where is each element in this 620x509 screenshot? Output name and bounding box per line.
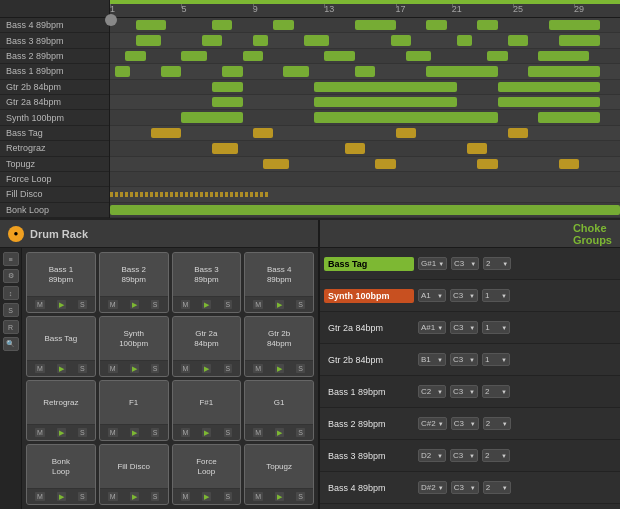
clip-2-1[interactable]	[181, 51, 207, 61]
pad-play-12[interactable]: ▶	[57, 492, 66, 501]
pad-mute-13[interactable]: M	[108, 492, 118, 501]
pad-6[interactable]: Gtr 2a84bpmM▶S	[172, 316, 242, 377]
pad-7[interactable]: Gtr 2b84bpmM▶S	[244, 316, 314, 377]
clip-0-0[interactable]	[136, 20, 167, 30]
pad-solo-5[interactable]: S	[151, 364, 160, 373]
track-row-5[interactable]	[110, 95, 620, 110]
pad-mute-4[interactable]: M	[35, 364, 45, 373]
pad-play-15[interactable]: ▶	[275, 492, 284, 501]
clip-2-2[interactable]	[243, 51, 263, 61]
clip-1-3[interactable]	[304, 35, 330, 45]
pad-8[interactable]: RetrograzM▶S	[26, 380, 96, 441]
track-row-2[interactable]	[110, 49, 620, 64]
pad-14[interactable]: ForceLoopM▶S	[172, 444, 242, 505]
clip-6-0[interactable]	[181, 112, 242, 122]
pad-solo-7[interactable]: S	[296, 364, 305, 373]
clip-9-1[interactable]	[375, 159, 395, 169]
chain-note-dropdown-3[interactable]: B1	[418, 353, 446, 366]
chain-name-6[interactable]: Bass 3 89bpm	[324, 449, 414, 463]
clip-2-6[interactable]	[538, 51, 589, 61]
pad-play-1[interactable]: ▶	[130, 300, 139, 309]
pad-mute-14[interactable]: M	[181, 492, 191, 501]
clip-4-2[interactable]	[498, 82, 600, 92]
chain-name-5[interactable]: Bass 2 89bpm	[324, 417, 414, 431]
pad-1[interactable]: Bass 289bpmM▶S	[99, 252, 169, 313]
pad-5[interactable]: Synth100bpmM▶S	[99, 316, 169, 377]
chain-note-dropdown-4[interactable]: C2	[418, 385, 446, 398]
pad-mute-3[interactable]: M	[253, 300, 263, 309]
pad-solo-4[interactable]: S	[78, 364, 87, 373]
clip-9-2[interactable]	[477, 159, 497, 169]
pad-play-0[interactable]: ▶	[57, 300, 66, 309]
pad-9[interactable]: F1M▶S	[99, 380, 169, 441]
chain-note-dropdown-6[interactable]: D2	[418, 449, 446, 462]
chain-choke-dropdown-4[interactable]: 2	[482, 385, 510, 398]
rack-icon-sr[interactable]: S	[3, 303, 19, 317]
pad-12[interactable]: BonkLoopM▶S	[26, 444, 96, 505]
clip-1-7[interactable]	[559, 35, 600, 45]
pad-play-9[interactable]: ▶	[130, 428, 139, 437]
pad-solo-10[interactable]: S	[224, 428, 233, 437]
clip-6-2[interactable]	[538, 112, 599, 122]
chain-dest-dropdown-4[interactable]: C3	[450, 385, 478, 398]
pad-play-10[interactable]: ▶	[202, 428, 211, 437]
chain-name-2[interactable]: Gtr 2a 84bpm	[324, 321, 414, 335]
playhead-circle[interactable]	[105, 14, 117, 26]
pad-play-13[interactable]: ▶	[130, 492, 139, 501]
clip-5-2[interactable]	[498, 97, 600, 107]
clip-7-0[interactable]	[151, 128, 182, 138]
clip-0-5[interactable]	[477, 20, 497, 30]
clip-0-6[interactable]	[549, 20, 600, 30]
chain-note-dropdown-2[interactable]: A#1	[418, 321, 446, 334]
clip-1-2[interactable]	[253, 35, 268, 45]
clip-2-3[interactable]	[324, 51, 355, 61]
chain-name-0[interactable]: Bass Tag	[324, 257, 414, 271]
pad-mute-8[interactable]: M	[35, 428, 45, 437]
chain-choke-dropdown-7[interactable]: 2	[483, 481, 511, 494]
clip-0-1[interactable]	[212, 20, 232, 30]
clip-2-4[interactable]	[406, 51, 432, 61]
chain-name-3[interactable]: Gtr 2b 84bpm	[324, 353, 414, 367]
pad-play-4[interactable]: ▶	[57, 364, 66, 373]
pad-play-11[interactable]: ▶	[275, 428, 284, 437]
chain-choke-dropdown-1[interactable]: 1	[482, 289, 510, 302]
pad-2[interactable]: Bass 389bpmM▶S	[172, 252, 242, 313]
clip-3-0[interactable]	[115, 66, 130, 76]
clip-9-3[interactable]	[559, 159, 579, 169]
clip-5-0[interactable]	[212, 97, 243, 107]
pad-solo-15[interactable]: S	[296, 492, 305, 501]
pad-mute-9[interactable]: M	[108, 428, 118, 437]
clip-1-1[interactable]	[202, 35, 222, 45]
pad-play-14[interactable]: ▶	[202, 492, 211, 501]
rack-icon-list[interactable]: ≡	[3, 252, 19, 266]
chain-name-7[interactable]: Bass 4 89bpm	[324, 481, 414, 495]
clip-8-0[interactable]	[212, 143, 238, 153]
clip-8-1[interactable]	[345, 143, 365, 153]
pad-mute-15[interactable]: M	[253, 492, 263, 501]
pad-play-6[interactable]: ▶	[202, 364, 211, 373]
chain-dest-dropdown-0[interactable]: C3	[451, 257, 479, 270]
pad-solo-11[interactable]: S	[296, 428, 305, 437]
chain-dest-dropdown-2[interactable]: C3	[450, 321, 478, 334]
pad-mute-0[interactable]: M	[35, 300, 45, 309]
pad-solo-12[interactable]: S	[78, 492, 87, 501]
pad-play-5[interactable]: ▶	[130, 364, 139, 373]
chain-choke-dropdown-5[interactable]: 2	[483, 417, 511, 430]
pad-13[interactable]: Fill DiscoM▶S	[99, 444, 169, 505]
chain-note-dropdown-7[interactable]: D#2	[418, 481, 447, 494]
pad-mute-6[interactable]: M	[181, 364, 191, 373]
clip-8-2[interactable]	[467, 143, 487, 153]
rack-icon-settings[interactable]: ⚙	[3, 269, 19, 283]
clip-6-1[interactable]	[314, 112, 498, 122]
pad-mute-5[interactable]: M	[108, 364, 118, 373]
clip-1-6[interactable]	[508, 35, 528, 45]
track-row-3[interactable]	[110, 64, 620, 79]
rack-icon-r[interactable]: R	[3, 320, 19, 334]
pad-4[interactable]: Bass TagM▶S	[26, 316, 96, 377]
clip-1-0[interactable]	[136, 35, 162, 45]
pad-solo-6[interactable]: S	[224, 364, 233, 373]
pad-mute-2[interactable]: M	[181, 300, 191, 309]
pad-solo-13[interactable]: S	[151, 492, 160, 501]
clip-7-1[interactable]	[253, 128, 273, 138]
rack-icon-search[interactable]: 🔍	[3, 337, 19, 351]
